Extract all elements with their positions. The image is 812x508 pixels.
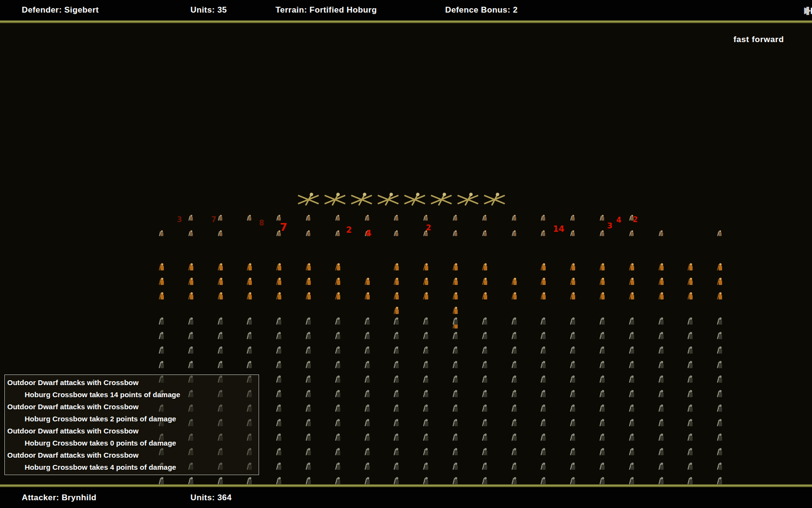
defender-unit-sprite <box>189 230 194 238</box>
attacker-crossbow-unit-sprite <box>394 375 400 385</box>
attacker-crossbow-unit-sprite <box>394 448 400 457</box>
attacker-crossbow-unit-sprite <box>189 361 195 370</box>
attacker-crossbow-unit-sprite <box>365 346 371 356</box>
defender-unit-sprite <box>600 230 605 238</box>
attacker-crossbow-unit-sprite <box>306 448 312 457</box>
attacker-crossbow-unit-sprite <box>718 448 724 457</box>
defender-units-label: Units: 35 <box>190 0 227 20</box>
attacker-crossbow-unit-sprite <box>277 448 283 457</box>
combat-log-line: Hoburg Crossbow takes 14 points of damag… <box>7 388 259 401</box>
attacker-crossbow-unit-sprite <box>512 477 518 484</box>
attacker-crossbow-unit-sprite <box>306 477 312 484</box>
attacker-crossbow-unit-sprite <box>541 346 547 356</box>
attacker-crossbow-unit-sprite <box>306 346 312 356</box>
defender-unit-sprite <box>247 215 252 222</box>
attacker-crossbow-unit-sprite <box>277 433 283 443</box>
defender-unit-sprite <box>483 215 488 222</box>
attacker-crossbow-unit-sprite <box>424 419 430 428</box>
attacker-dwarf-unit-sprite <box>160 292 165 301</box>
attacker-crossbow-unit-sprite <box>277 317 283 327</box>
attacker-crossbow-unit-sprite <box>306 404 312 414</box>
attacker-crossbow-unit-sprite <box>394 477 400 484</box>
attacker-dwarf-unit-sprite <box>160 278 165 287</box>
attacker-dwarf-unit-sprite <box>394 278 400 287</box>
attacker-crossbow-unit-sprite <box>571 390 577 399</box>
attacker-crossbow-unit-sprite <box>659 448 665 457</box>
attacker-crossbow-unit-sprite <box>394 390 400 399</box>
attacker-crossbow-unit-sprite <box>424 404 430 414</box>
attacker-crossbow-unit-sprite <box>277 404 283 414</box>
attacker-crossbow-unit-sprite <box>541 332 547 341</box>
attacker-crossbow-unit-sprite <box>160 477 165 484</box>
attacker-dwarf-unit-sprite <box>659 292 665 301</box>
defender-unit-sprite <box>453 230 458 238</box>
attacker-crossbow-unit-sprite <box>336 463 342 472</box>
attacker-crossbow-unit-sprite <box>306 419 312 428</box>
bottom-separator <box>0 484 812 487</box>
attacker-crossbow-unit-sprite <box>688 332 694 341</box>
skip-to-end-button[interactable]: ▶❚ <box>804 0 812 20</box>
attacker-crossbow-unit-sprite <box>394 361 400 370</box>
attacker-crossbow-unit-sprite <box>189 477 195 484</box>
attacker-dwarf-unit-sprite <box>541 263 547 272</box>
attacker-crossbow-unit-sprite <box>659 433 665 443</box>
attacker-dwarf-unit-sprite <box>571 292 577 301</box>
attacker-crossbow-unit-sprite <box>336 361 342 370</box>
attacker-crossbow-unit-sprite <box>512 390 518 399</box>
top-separator <box>0 20 812 23</box>
damage-number: 4 <box>365 229 372 238</box>
attacker-dwarf-unit-sprite <box>247 292 253 301</box>
defender-unit-sprite <box>365 215 370 222</box>
attacker-dwarf-unit-sprite <box>600 263 606 272</box>
attacker-crossbow-unit-sprite <box>483 433 489 443</box>
attacker-crossbow-unit-sprite <box>160 332 165 341</box>
attacker-crossbow-unit-sprite <box>718 390 724 399</box>
defender-unit-sprite <box>541 215 546 222</box>
attacker-crossbow-unit-sprite <box>483 361 489 370</box>
attacker-crossbow-unit-sprite <box>600 477 606 484</box>
attacker-crossbow-unit-sprite <box>512 375 518 385</box>
attacker-crossbow-unit-sprite <box>571 419 577 428</box>
terrain-label: Terrain: Fortified Hoburg <box>276 0 377 20</box>
attacker-crossbow-unit-sprite <box>160 361 165 370</box>
attacker-crossbow-unit-sprite <box>571 404 577 414</box>
attacker-crossbow-unit-sprite <box>306 361 312 370</box>
attacker-dwarf-unit-sprite <box>424 263 430 272</box>
attacker-crossbow-unit-sprite <box>277 463 283 472</box>
combat-log-line: Hoburg Crossbow takes 0 points of damage <box>7 437 259 449</box>
attacker-crossbow-unit-sprite <box>453 477 459 484</box>
attacker-crossbow-unit-sprite <box>512 361 518 370</box>
attacker-crossbow-unit-sprite <box>218 317 224 327</box>
attacker-crossbow-unit-sprite <box>424 375 430 385</box>
attacker-crossbow-unit-sprite <box>483 477 489 484</box>
defender-unit-sprite <box>218 215 223 222</box>
attacker-dwarf-unit-sprite <box>688 292 694 301</box>
defender-unit-sprite <box>453 215 458 222</box>
attacker-crossbow-unit-sprite <box>160 346 165 356</box>
attacker-crossbow-unit-sprite <box>718 404 724 414</box>
attacker-dwarf-unit-sprite <box>365 278 371 287</box>
attacker-crossbow-unit-sprite <box>541 375 547 385</box>
attacker-crossbow-unit-sprite <box>600 433 606 443</box>
attacker-dwarf-unit-sprite <box>424 278 430 287</box>
attacker-crossbow-unit-sprite <box>600 317 606 327</box>
attacker-crossbow-unit-sprite <box>718 433 724 443</box>
defender-unit-sprite <box>512 215 517 222</box>
damage-number: 14 <box>553 225 565 233</box>
attacker-dwarf-unit-sprite <box>336 278 342 287</box>
attacker-crossbow-unit-sprite <box>600 448 606 457</box>
attacker-crossbow-unit-sprite <box>630 477 636 484</box>
attacker-crossbow-unit-sprite <box>571 433 577 443</box>
attacker-crossbow-unit-sprite <box>630 390 636 399</box>
siege-engine-sprite <box>296 193 322 207</box>
attacker-dwarf-unit-sprite <box>247 263 253 272</box>
attacker-crossbow-unit-sprite <box>336 448 342 457</box>
attacker-dwarf-unit-sprite <box>600 278 606 287</box>
attacker-crossbow-unit-sprite <box>453 346 459 356</box>
attacker-crossbow-unit-sprite <box>394 346 400 356</box>
attacker-crossbow-unit-sprite <box>394 463 400 472</box>
attacker-dwarf-unit-sprite <box>247 278 253 287</box>
attacker-crossbow-unit-sprite <box>247 361 253 370</box>
attacker-crossbow-unit-sprite <box>541 317 547 327</box>
attacker-crossbow-unit-sprite <box>424 317 430 327</box>
